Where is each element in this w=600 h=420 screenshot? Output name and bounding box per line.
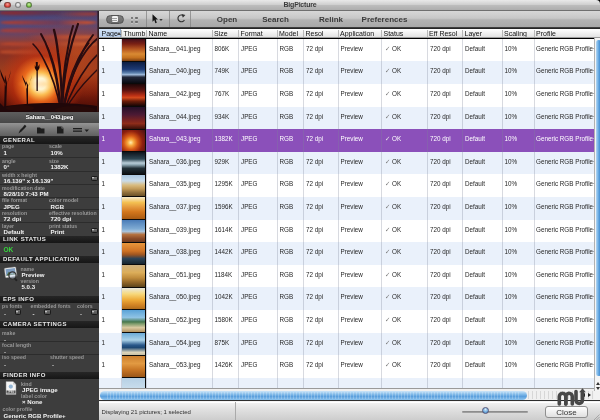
svg-text:JPEG: JPEG	[7, 390, 14, 394]
